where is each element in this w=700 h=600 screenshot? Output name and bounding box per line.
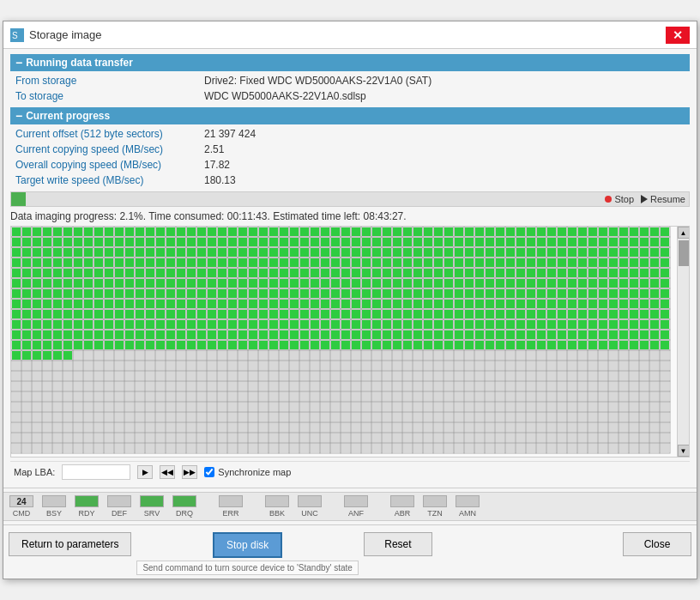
status-label-UNC: UNC	[301, 509, 318, 518]
progress-status-text: Data imaging progress: 2.1%. Time consum…	[10, 210, 690, 222]
status-item-AMN: AMN	[455, 495, 480, 518]
status-box-DRQ	[172, 495, 196, 507]
sync-text: Synchronize map	[218, 467, 291, 477]
return-to-parameters-button[interactable]: Return to parameters	[9, 532, 131, 556]
status-item-DRQ: DRQ	[172, 495, 197, 518]
content-area: − Running data transfer From storage Dri…	[3, 49, 697, 488]
reset-button[interactable]: Reset	[364, 532, 432, 556]
map-footer: Map LBA: ▶ ◀◀ ▶▶ Synchronize map	[10, 461, 690, 482]
status-item-ANF: ANF	[343, 495, 369, 518]
bottom-buttons: Return to parameters Stop disk Send comm…	[3, 529, 697, 579]
map-prev-button[interactable]: ◀◀	[160, 465, 175, 479]
bottom-left-buttons: Return to parameters Stop disk Send comm…	[9, 532, 432, 575]
copy-speed-label: Current copying speed (MB/sec)	[10, 142, 199, 157]
resume-label: Resume	[650, 194, 685, 204]
status-item-DEF: DEF	[106, 495, 132, 518]
status-label-AMN: AMN	[459, 509, 476, 518]
status-box-BSY	[42, 495, 66, 507]
title-bar: S Storage image ✕	[3, 21, 697, 49]
stop-disk-group: Stop disk Send command to turn source de…	[136, 532, 359, 575]
stop-label: Stop	[614, 194, 634, 204]
close-window-button[interactable]: ✕	[666, 27, 690, 44]
copy-speed-row: Current copying speed (MB/sec) 2.51	[10, 142, 690, 157]
status-label-CMD: CMD	[13, 509, 31, 518]
status-box-TZN	[423, 495, 447, 507]
map-canvas	[11, 227, 677, 457]
status-item-UNC: UNC	[297, 495, 323, 518]
map-area: ▲ ▼	[10, 226, 690, 458]
status-box-UNC	[298, 495, 322, 507]
status-label-BBK: BBK	[269, 509, 285, 518]
window-title: Storage image	[29, 28, 102, 41]
map-lba-input[interactable]	[62, 464, 130, 480]
status-item-TZN: TZN	[422, 495, 448, 518]
status-item-BSY: BSY	[41, 495, 67, 518]
status-item-ABR: ABR	[389, 495, 415, 518]
map-play-button[interactable]: ▶	[137, 465, 153, 479]
running-transfer-title: Running data transfer	[26, 57, 133, 69]
map-next-button[interactable]: ▶▶	[182, 465, 197, 479]
sync-label[interactable]: Synchronize map	[204, 467, 291, 477]
status-item-ERR: ERR	[218, 495, 244, 518]
status-label-ANF: ANF	[348, 509, 364, 518]
app-icon: S	[10, 28, 24, 42]
overall-speed-row: Overall copying speed (MB/sec) 17.82	[10, 157, 690, 173]
status-box-RDY	[75, 495, 99, 507]
to-storage-row: To storage WDC WD5000AAKS-22V1A0.sdlsp	[10, 88, 690, 104]
overall-speed-value: 17.82	[199, 157, 690, 173]
scroll-thumb[interactable]	[679, 240, 689, 266]
status-item-CMD: 24CMD	[9, 495, 34, 518]
stop-disk-hint: Send command to turn source device to 'S…	[136, 561, 359, 575]
main-window: S Storage image ✕ − Running data transfe…	[3, 21, 697, 579]
status-item-RDY: RDY	[74, 495, 100, 518]
status-label-ERR: ERR	[222, 509, 238, 518]
status-label-TZN: TZN	[427, 509, 443, 518]
current-progress-header: − Current progress	[10, 107, 690, 124]
status-label-DEF: DEF	[112, 509, 127, 518]
stop-disk-button[interactable]: Stop disk	[213, 532, 282, 558]
stop-dot-icon	[605, 196, 612, 203]
offset-value: 21 397 424	[199, 126, 690, 142]
progress-bar-fill	[11, 192, 26, 206]
running-transfer-table: From storage Drive2: Fixed WDC WD5000AAK…	[10, 73, 690, 104]
write-speed-row: Target write speed (MB/sec) 180.13	[10, 173, 690, 188]
status-box-ERR	[219, 495, 243, 507]
write-speed-label: Target write speed (MB/sec)	[10, 173, 199, 188]
status-bar: 24CMDBSYRDYDEFSRVDRQERRBBKUNCANFABRTZNAM…	[3, 492, 697, 521]
svg-text:S: S	[12, 31, 18, 40]
write-speed-value: 180.13	[199, 173, 690, 188]
current-progress-title: Current progress	[26, 110, 110, 122]
status-box-ABR	[390, 495, 414, 507]
close-button[interactable]: Close	[623, 532, 691, 556]
sync-checkbox[interactable]	[204, 467, 214, 477]
progress-controls: Stop Resume	[605, 194, 685, 204]
to-storage-label: To storage	[10, 88, 199, 104]
status-label-RDY: RDY	[78, 509, 94, 518]
status-box-ANF	[344, 495, 368, 507]
status-label-SRV: SRV	[144, 509, 160, 518]
status-item-BBK: BBK	[264, 495, 290, 518]
play-icon	[641, 195, 648, 203]
progress-bar-container: Stop Resume	[10, 191, 690, 207]
from-storage-value: Drive2: Fixed WDC WD5000AAKS-22V1A0 (SAT…	[199, 73, 690, 88]
offset-label: Current offset (512 byte sectors)	[10, 126, 199, 142]
overall-speed-label: Overall copying speed (MB/sec)	[10, 157, 199, 173]
separator	[3, 488, 697, 488]
collapse-icon: −	[15, 57, 22, 69]
resume-button-small[interactable]: Resume	[641, 194, 685, 204]
status-label-BSY: BSY	[46, 509, 62, 518]
offset-row: Current offset (512 byte sectors) 21 397…	[10, 126, 690, 142]
status-box-AMN	[456, 495, 480, 507]
copy-speed-value: 2.51	[199, 142, 690, 157]
status-label-DRQ: DRQ	[176, 509, 193, 518]
vertical-scrollbar[interactable]: ▲ ▼	[677, 227, 689, 457]
scroll-down-arrow[interactable]: ▼	[678, 445, 690, 457]
from-storage-label: From storage	[10, 73, 199, 88]
status-box-SRV	[140, 495, 164, 507]
stop-button-small[interactable]: Stop	[605, 194, 634, 204]
scroll-up-arrow[interactable]: ▲	[678, 227, 690, 239]
from-storage-row: From storage Drive2: Fixed WDC WD5000AAK…	[10, 73, 690, 88]
running-transfer-header: − Running data transfer	[10, 54, 690, 71]
status-box-BBK	[265, 495, 289, 507]
title-bar-left: S Storage image	[10, 28, 102, 42]
